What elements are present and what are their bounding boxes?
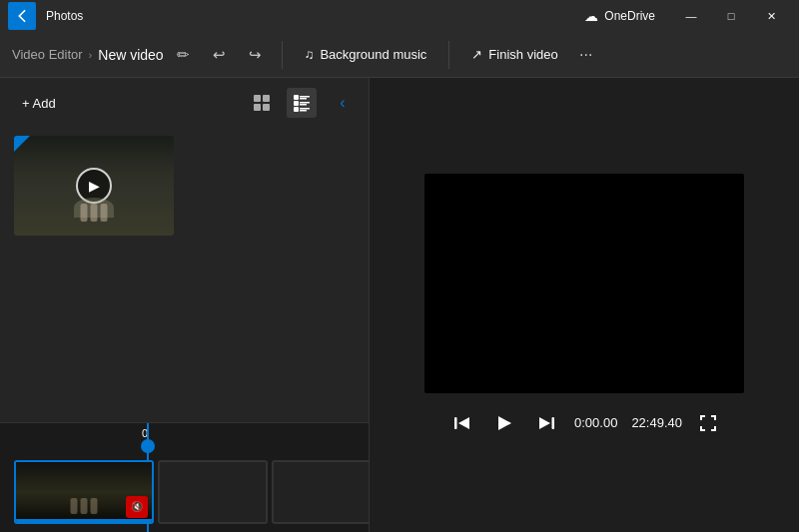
media-bar: + Add ‹	[0, 78, 369, 128]
svg-rect-8	[300, 102, 310, 104]
timeline-scrubber: 0	[0, 423, 369, 451]
title-bar: Photos ☁ OneDrive — □ ✕	[0, 0, 799, 32]
timeline-clip-2[interactable]	[158, 460, 268, 524]
svg-rect-16	[552, 417, 555, 429]
more-options-button[interactable]: ···	[570, 39, 602, 71]
toolbar-divider	[282, 41, 283, 69]
timeline-clip-main[interactable]: 🔇	[14, 460, 154, 524]
breadcrumb: Video Editor › New video	[12, 47, 164, 63]
clip-scene-3	[274, 462, 369, 522]
breadcrumb-current: New video	[98, 47, 163, 63]
export-icon: ↗	[471, 47, 482, 62]
svg-rect-10	[294, 107, 299, 112]
finish-video-button[interactable]: ↗ Finish video	[459, 41, 569, 68]
back-button[interactable]	[8, 2, 36, 30]
svg-rect-13	[454, 417, 457, 429]
play-button[interactable]	[490, 409, 518, 437]
list-icon	[293, 94, 311, 112]
fullscreen-button[interactable]	[696, 411, 720, 435]
svg-marker-17	[539, 417, 550, 429]
mute-icon: 🔇	[131, 501, 143, 512]
right-panel: 0:00.00 22:49.40	[370, 78, 799, 532]
total-time: 22:49.40	[631, 415, 682, 430]
undo-button[interactable]: ↩	[204, 39, 236, 71]
toolbar-divider2	[448, 41, 449, 69]
playback-controls: 0:00.00 22:49.40	[448, 409, 720, 437]
svg-rect-6	[300, 98, 307, 100]
timeline-clips: 🔇	[0, 451, 369, 532]
toolbar: Video Editor › New video ✏ ↩ ↪ ♫ Backgro…	[0, 32, 799, 78]
main-content: + Add ‹	[0, 78, 799, 532]
selected-flag	[14, 136, 30, 152]
edit-icon: ✏	[177, 46, 190, 64]
redo-button[interactable]: ↪	[240, 39, 272, 71]
svg-rect-1	[263, 95, 270, 102]
background-music-label: Background music	[320, 47, 426, 62]
current-time: 0:00.00	[574, 415, 617, 430]
collapse-icon: ‹	[340, 94, 345, 112]
minimize-button[interactable]: —	[671, 0, 711, 32]
svg-rect-12	[300, 110, 307, 112]
play-icon	[494, 413, 514, 433]
app-title: Photos	[46, 9, 83, 23]
media-grid: ▶	[0, 128, 369, 422]
skip-forward-icon	[536, 413, 556, 433]
svg-marker-14	[458, 417, 469, 429]
skip-back-icon	[452, 413, 472, 433]
view-list-button[interactable]	[287, 88, 317, 118]
timeline-area: 0	[0, 422, 369, 532]
svg-rect-7	[294, 101, 299, 106]
breadcrumb-separator: ›	[89, 49, 93, 61]
close-button[interactable]: ✕	[751, 0, 791, 32]
grid-icon	[253, 94, 271, 112]
music-note-icon: ♫	[305, 47, 315, 62]
svg-rect-4	[294, 95, 299, 100]
video-preview	[424, 174, 744, 393]
background-music-button[interactable]: ♫ Background music	[293, 41, 439, 68]
view-grid-button[interactable]	[247, 88, 277, 118]
svg-rect-11	[300, 108, 310, 110]
edit-button[interactable]: ✏	[168, 39, 200, 71]
clip-progress-bar	[16, 519, 152, 522]
undo-icon: ↩	[213, 46, 226, 64]
timeline-clip-3[interactable]	[272, 460, 369, 524]
svg-rect-9	[300, 104, 307, 106]
finish-video-label: Finish video	[488, 47, 557, 62]
svg-rect-3	[263, 104, 270, 111]
svg-rect-2	[254, 104, 261, 111]
back-icon	[15, 9, 29, 23]
breadcrumb-parent[interactable]: Video Editor	[12, 47, 83, 62]
media-item[interactable]: ▶	[14, 136, 174, 236]
svg-rect-0	[254, 95, 261, 102]
collapse-panel-button[interactable]: ‹	[331, 91, 355, 115]
svg-rect-5	[300, 96, 310, 98]
left-panel: + Add ‹	[0, 78, 370, 532]
clip-scene-2	[160, 462, 266, 522]
skip-forward-button[interactable]	[532, 409, 560, 437]
onedrive-icon: ☁	[584, 8, 598, 24]
onedrive-label: OneDrive	[604, 9, 655, 23]
maximize-button[interactable]: □	[711, 0, 751, 32]
window-controls: — □ ✕	[671, 0, 791, 32]
svg-marker-15	[498, 416, 511, 430]
clip-mute-button[interactable]: 🔇	[126, 496, 148, 518]
clip-scene-main: 🔇	[16, 462, 152, 522]
onedrive-indicator: ☁ OneDrive	[584, 8, 655, 24]
redo-icon: ↪	[249, 46, 262, 64]
media-thumbnail: ▶	[14, 136, 174, 236]
fullscreen-icon	[699, 414, 717, 432]
skip-back-button[interactable]	[448, 409, 476, 437]
add-media-button[interactable]: + Add	[14, 92, 64, 115]
